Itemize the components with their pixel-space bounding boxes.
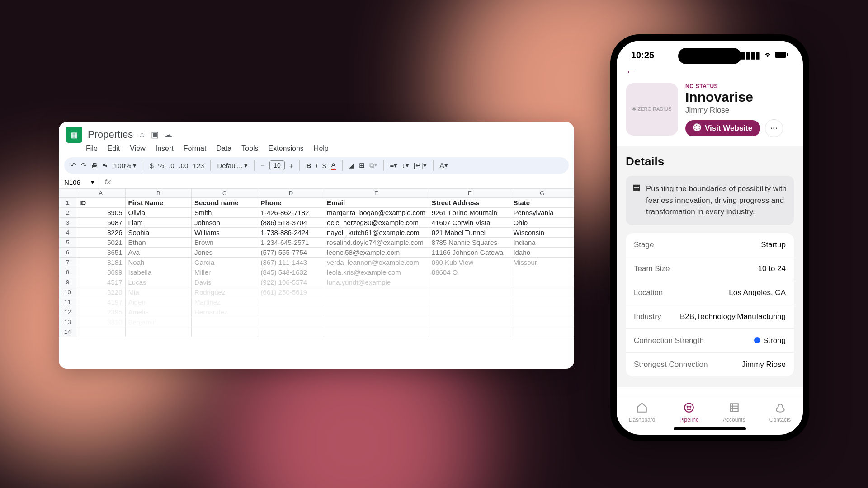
h-align-button[interactable]: ≡▾	[390, 161, 398, 169]
fill-color-button[interactable]: ◢	[349, 161, 354, 169]
phone-frame: 10:25 ▮▮▮▮ ← ✱ ZERO RADIUS NO STATUS Inn…	[610, 34, 809, 441]
company-status: NO STATUS	[685, 83, 783, 89]
battery-icon	[775, 50, 788, 61]
tab-pipeline[interactable]: Pipeline	[679, 402, 699, 423]
bold-button[interactable]: B	[306, 162, 311, 169]
tab-dashboard[interactable]: Dashboard	[629, 402, 656, 423]
tab-label: Dashboard	[629, 417, 656, 423]
info-row: Connection StrengthStrong	[626, 328, 794, 352]
menu-view[interactable]: View	[130, 145, 145, 153]
info-label: Strongest Connection	[634, 360, 708, 369]
svg-rect-0	[775, 52, 786, 58]
text-color-button[interactable]: A	[331, 161, 335, 170]
move-folder-icon[interactable]: ▣	[151, 130, 159, 140]
building-icon: 🏢︎	[633, 183, 641, 218]
spreadsheet-grid[interactable]: ABCDEFG1IDFirst NameSecond namePhoneEmai…	[59, 188, 574, 369]
menu-tools[interactable]: Tools	[241, 145, 258, 153]
cell-reference-box[interactable]: N106▾	[59, 176, 100, 188]
document-title[interactable]: Properties	[88, 129, 133, 141]
info-row: IndustryB2B,Technology,Manufacturing	[626, 305, 794, 328]
number-format-button[interactable]: 123	[193, 162, 204, 169]
merge-cells-button[interactable]: ⧉▾	[369, 161, 377, 169]
sheets-logo-icon: ▦	[66, 127, 82, 143]
home-indicator[interactable]	[674, 427, 746, 430]
info-value: Los Angeles, CA	[729, 288, 786, 297]
cloud-status-icon: ☁	[164, 130, 172, 140]
menu-format[interactable]: Format	[184, 145, 207, 153]
info-value: Jimmy Riose	[742, 360, 786, 369]
currency-format-button[interactable]: $	[150, 162, 153, 169]
status-dot-icon	[754, 337, 760, 343]
details-heading: Details	[626, 155, 794, 169]
svg-point-2	[684, 403, 693, 412]
info-value: Startup	[761, 240, 786, 249]
info-row: LocationLos Angeles, CA	[626, 281, 794, 305]
tab-label: Accounts	[723, 417, 745, 423]
increase-font-button[interactable]: +	[289, 162, 293, 169]
info-value: B2B,Technology,Manufacturing	[680, 312, 786, 321]
tab-label: Pipeline	[679, 417, 699, 423]
company-contact-person: Jimmy Riose	[685, 106, 783, 115]
tab-icon	[683, 402, 695, 415]
undo-icon[interactable]: ↶	[71, 161, 76, 169]
info-label: Team Size	[634, 264, 670, 273]
paint-format-icon[interactable]: ᯓ	[103, 162, 109, 169]
info-value: Strong	[754, 336, 786, 345]
tab-icon	[774, 402, 786, 415]
chevron-down-icon: ▾	[244, 161, 248, 169]
menu-extensions[interactable]: Extensions	[269, 145, 304, 153]
globe-icon: 🌐︎	[693, 124, 701, 133]
strikethrough-button[interactable]: S	[322, 162, 326, 169]
percent-format-button[interactable]: %	[158, 162, 164, 169]
info-value: 10 to 24	[758, 264, 786, 273]
italic-button[interactable]: I	[316, 162, 317, 169]
tab-icon	[636, 402, 648, 415]
menu-bar: FileEditViewInsertFormatDataToolsExtensi…	[59, 143, 574, 156]
wifi-icon	[763, 50, 772, 61]
v-align-button[interactable]: ↓▾	[402, 161, 409, 169]
toolbar: ↶ ↷ 🖶 ᯓ 100% ▾ $ % .0 .00 123 Defaul... …	[64, 157, 569, 174]
menu-insert[interactable]: Insert	[156, 145, 174, 153]
chevron-down-icon: ▾	[91, 178, 94, 186]
phone-notch	[678, 48, 741, 64]
tab-accounts[interactable]: Accounts	[723, 402, 745, 423]
visit-website-button[interactable]: 🌐︎ Visit Website	[685, 120, 760, 136]
svg-rect-5	[730, 404, 738, 411]
menu-help[interactable]: Help	[314, 145, 329, 153]
chevron-down-icon: ▾	[133, 161, 137, 169]
info-label: Connection Strength	[634, 336, 704, 345]
increase-decimal-button[interactable]: .00	[179, 162, 189, 169]
tab-contacts[interactable]: Contacts	[769, 402, 791, 423]
info-label: Stage	[634, 240, 654, 249]
company-avatar: ✱ ZERO RADIUS	[626, 83, 678, 136]
info-row: StageStartup	[626, 233, 794, 257]
star-icon[interactable]: ☆	[138, 130, 146, 140]
menu-data[interactable]: Data	[216, 145, 231, 153]
decrease-font-button[interactable]: −	[261, 162, 265, 169]
print-icon[interactable]: 🖶	[91, 162, 98, 169]
more-actions-button[interactable]: ···	[765, 119, 783, 137]
company-name: Innovarise	[685, 89, 783, 105]
company-description: Pushing the boundaries of possibility wi…	[646, 183, 787, 218]
font-size-input[interactable]: 10	[269, 160, 285, 170]
menu-edit[interactable]: Edit	[108, 145, 120, 153]
statusbar-time: 10:25	[631, 50, 654, 61]
formula-bar-label: fx	[100, 178, 115, 186]
wrap-button[interactable]: |↵|▾	[414, 161, 427, 169]
borders-button[interactable]: ⊞	[359, 161, 365, 169]
info-row: Strongest ConnectionJimmy Riose	[626, 352, 794, 376]
info-label: Industry	[634, 312, 661, 321]
company-info-card: StageStartupTeam Size10 to 24LocationLos…	[626, 233, 794, 376]
redo-icon[interactable]: ↷	[81, 161, 87, 169]
menu-file[interactable]: File	[86, 145, 98, 153]
info-label: Location	[634, 288, 663, 297]
spreadsheet-window: ▦ Properties ☆ ▣ ☁ FileEditViewInsertFor…	[59, 122, 574, 369]
zoom-dropdown[interactable]: 100% ▾	[114, 161, 137, 169]
svg-rect-1	[787, 53, 788, 56]
tab-label: Contacts	[769, 417, 791, 423]
signal-icon: ▮▮▮▮	[741, 50, 760, 61]
text-rotation-button[interactable]: A▾	[440, 161, 448, 169]
font-dropdown[interactable]: Defaul... ▾	[217, 161, 248, 169]
svg-point-3	[687, 406, 688, 407]
decrease-decimal-button[interactable]: .0	[169, 162, 175, 169]
